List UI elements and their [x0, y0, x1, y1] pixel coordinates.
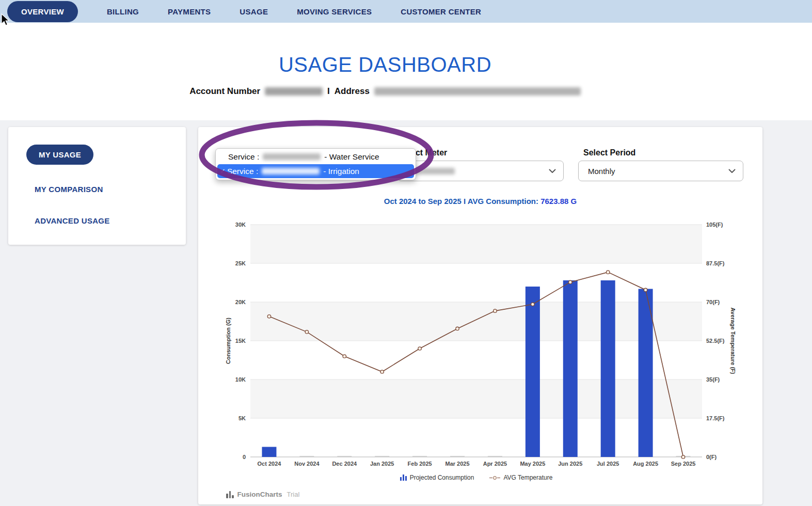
nav-customer-center[interactable]: CUSTOMER CENTER: [401, 7, 481, 16]
svg-text:70(F): 70(F): [706, 299, 720, 305]
svg-text:30K: 30K: [235, 222, 246, 228]
service-address-redacted: [262, 168, 320, 175]
svg-text:52.5(F): 52.5(F): [706, 338, 725, 344]
account-number-redacted: [265, 87, 323, 96]
chart-legend: Projected Consumption AVG Temperature: [206, 474, 746, 481]
address-redacted: [374, 87, 581, 96]
separator: I: [327, 86, 330, 97]
svg-text:Sep 2025: Sep 2025: [671, 461, 696, 467]
legend-avg-temperature[interactable]: AVG Temperature: [489, 474, 552, 481]
account-line: Account Number I Address: [0, 86, 770, 97]
nav-billing[interactable]: BILLING: [107, 7, 139, 16]
usage-dashboard-page: OVERVIEW BILLING PAYMENTS USAGE MOVING S…: [0, 0, 812, 506]
fusioncharts-watermark[interactable]: FusionCharts Trial: [226, 491, 299, 498]
svg-text:Jul 2025: Jul 2025: [597, 461, 619, 467]
service-option-water[interactable]: Service : - Water Service: [217, 149, 414, 164]
svg-text:20K: 20K: [235, 299, 246, 305]
service-suffix: - Water Service: [324, 152, 379, 162]
svg-text:Oct 2024: Oct 2024: [258, 461, 282, 467]
legend-projected-consumption[interactable]: Projected Consumption: [400, 474, 474, 481]
service-option-irrigation[interactable]: ✓ Service : - Irrigation: [217, 164, 414, 178]
select-period-label: Select Period: [583, 148, 635, 157]
svg-text:Dec 2024: Dec 2024: [332, 461, 357, 467]
svg-text:Feb 2025: Feb 2025: [408, 461, 432, 467]
watermark-trial: Trial: [287, 491, 300, 498]
svg-text:17.5(F): 17.5(F): [706, 415, 725, 421]
avg-consumption-label: AVG Consumption:: [468, 197, 538, 205]
svg-text:Jan 2025: Jan 2025: [370, 461, 394, 467]
address-label: Address: [335, 86, 370, 97]
svg-text:Consumption (G): Consumption (G): [225, 318, 231, 364]
svg-text:0(F): 0(F): [706, 454, 717, 460]
chart-date-range: Oct 2024 to Sep 2025: [384, 197, 461, 205]
service-prefix: Service :: [228, 152, 259, 162]
svg-text:15K: 15K: [235, 338, 246, 344]
chart-header: Oct 2024 to Sep 2025 I AVG Consumption: …: [198, 197, 762, 205]
legend-label: AVG Temperature: [503, 474, 552, 481]
service-suffix: - Irrigation: [323, 167, 359, 176]
line-series-icon: [489, 476, 500, 480]
svg-text:5K: 5K: [238, 415, 246, 421]
svg-text:Apr 2025: Apr 2025: [483, 461, 507, 467]
meter-select[interactable]: [397, 161, 564, 181]
period-selected-value: Monthly: [588, 167, 615, 176]
avg-consumption-value: 7623.88 G: [540, 197, 577, 205]
sidebar-item-my-usage[interactable]: MY USAGE: [26, 145, 93, 165]
sidebar: MY USAGE MY COMPARISON ADVANCED USAGE: [8, 127, 186, 245]
watermark-brand: FusionCharts: [237, 491, 282, 498]
svg-text:Aug 2025: Aug 2025: [633, 461, 658, 467]
account-number-label: Account Number: [189, 86, 260, 97]
checkmark-icon: ✓: [220, 167, 226, 175]
svg-text:87.5(F): 87.5(F): [706, 260, 725, 266]
svg-text:May 2025: May 2025: [520, 461, 545, 467]
svg-text:Nov 2024: Nov 2024: [294, 461, 320, 467]
svg-text:10K: 10K: [235, 376, 246, 383]
sidebar-item-my-comparison[interactable]: MY COMPARISON: [35, 185, 103, 194]
svg-text:Average Temperature (F): Average Temperature (F): [730, 308, 736, 374]
nav-overview[interactable]: OVERVIEW: [7, 1, 78, 22]
svg-text:25K: 25K: [235, 260, 246, 266]
svg-text:0: 0: [243, 454, 246, 460]
period-select[interactable]: Monthly: [578, 161, 743, 181]
nav-moving-services[interactable]: MOVING SERVICES: [297, 7, 372, 16]
page-title: USAGE DASHBOARD: [0, 53, 770, 76]
usage-chart: 05K10K15K20K25K30K0(F)17.5(F)35(F)52.5(F…: [206, 216, 761, 471]
nav-payments[interactable]: PAYMENTS: [168, 7, 211, 16]
svg-text:Mar 2025: Mar 2025: [445, 461, 469, 467]
chevron-down-icon: [728, 169, 736, 173]
service-dropdown-popup: Service : - Water Service ✓ Service : - …: [215, 148, 416, 180]
bar-series-icon: [400, 475, 407, 481]
svg-text:105(F): 105(F): [706, 222, 723, 228]
nav-usage[interactable]: USAGE: [240, 7, 268, 16]
service-address-redacted: [263, 153, 321, 160]
fusioncharts-logo-icon: [226, 491, 234, 498]
svg-text:Jun 2025: Jun 2025: [558, 461, 582, 467]
separator: I: [464, 197, 466, 205]
top-navigation: OVERVIEW BILLING PAYMENTS USAGE MOVING S…: [0, 0, 812, 23]
chevron-down-icon: [549, 169, 556, 173]
legend-label: Projected Consumption: [410, 474, 474, 481]
service-prefix: Service :: [227, 167, 258, 176]
sidebar-item-advanced-usage[interactable]: ADVANCED USAGE: [35, 216, 110, 225]
svg-text:35(F): 35(F): [706, 376, 720, 383]
